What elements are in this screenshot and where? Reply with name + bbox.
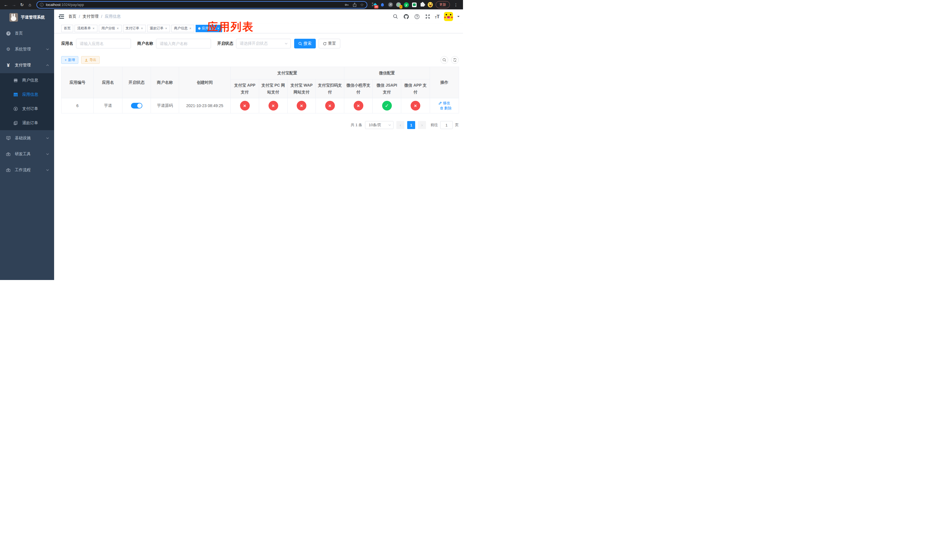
merchant-name-input[interactable] [156, 39, 211, 48]
chevron-down-icon [46, 169, 49, 171]
status-icon: × [297, 101, 306, 110]
sidebar-item-label: 退款订单 [22, 121, 38, 126]
close-icon[interactable]: × [189, 26, 192, 30]
toggle-search-button[interactable] [440, 56, 448, 64]
close-icon[interactable]: × [117, 26, 119, 30]
balloon-extension-icon[interactable] [380, 2, 385, 8]
hamburger-icon[interactable] [54, 9, 68, 24]
forward-icon[interactable]: → [10, 1, 18, 9]
close-icon[interactable]: × [92, 26, 95, 30]
cell-wechat-jsapi: ✓ [373, 98, 401, 114]
blocker-extension-icon[interactable]: 10 [372, 2, 377, 8]
sidebar-item-system[interactable]: ⚙ 系统管理 [0, 41, 54, 57]
browser-menu-icon[interactable]: ⋮ [453, 3, 459, 7]
sidebar-item-payment[interactable]: ¥ 支付管理 [0, 57, 54, 73]
cell-merchant: 芋道源码 [151, 98, 179, 114]
fullscreen-icon[interactable] [425, 14, 431, 20]
edit-link[interactable]: 修改 [439, 101, 450, 106]
page-size-select[interactable]: 10条/页 [365, 121, 393, 129]
tab-pay-order[interactable]: 支付订单× [123, 25, 146, 32]
reset-button[interactable]: 重置 [319, 39, 340, 48]
status-select[interactable]: 请选择开启状态 [236, 39, 291, 48]
tab-app-info[interactable]: 应用信息× [196, 25, 222, 32]
status-toggle[interactable] [131, 103, 142, 109]
chat-extension-icon[interactable] [412, 2, 417, 8]
sidebar-item-home[interactable]: 首页 [0, 25, 54, 41]
sidebar-item-app-info[interactable]: 应用信息 [0, 88, 54, 102]
filter-form: 应用名 商户名称 开启状态 请选择开启状态 搜索 [61, 39, 459, 48]
refresh-icon [323, 42, 327, 45]
bookmark-star-icon[interactable]: ☆ [360, 3, 364, 7]
sidebar-item-workflow[interactable]: 工作流程 [0, 162, 54, 178]
tab-refund-order[interactable]: 退款订单× [147, 25, 170, 32]
help-icon[interactable] [414, 14, 420, 20]
sidebar-item-dev-tools[interactable]: 研发工具 [0, 146, 54, 162]
password-key-icon[interactable] [345, 3, 349, 7]
app-name-input[interactable] [76, 39, 131, 48]
active-dot-icon [198, 27, 200, 30]
close-icon[interactable]: × [217, 26, 219, 30]
reload-icon[interactable]: ↻ [18, 1, 26, 9]
search-button[interactable]: 搜索 [294, 39, 316, 48]
col-wechat-jsapi: 微信 JSAPI 支付 [373, 79, 401, 98]
app-logo[interactable]: 芋道管理系统 [0, 9, 54, 25]
yen-icon: ¥ [6, 63, 11, 68]
share-icon[interactable] [353, 3, 357, 7]
yudao-extension-icon[interactable]: y [404, 2, 409, 8]
goto-page-input[interactable] [440, 121, 453, 129]
plus-icon: + [65, 58, 67, 62]
url-text[interactable]: localhost:1024/pay/app [46, 3, 84, 7]
goto-label: 前往 [431, 123, 438, 128]
sidebar-item-refund-order[interactable]: 退款订单 [0, 116, 54, 130]
cell-status [123, 98, 151, 114]
close-icon[interactable]: × [165, 26, 168, 30]
edit-pencil-icon [439, 101, 442, 105]
tab-merchant-info[interactable]: 商户信息× [171, 25, 194, 32]
export-button[interactable]: 导出 [81, 56, 100, 64]
avatar-caret-icon[interactable] [457, 16, 460, 18]
add-button[interactable]: + 新增 [61, 56, 78, 64]
search-icon[interactable] [392, 14, 399, 20]
command-extension-icon[interactable]: ⌘ [388, 2, 393, 8]
tab-home[interactable]: 首页 [61, 25, 73, 32]
briefcase-icon [6, 168, 11, 173]
profile-avatar[interactable] [428, 2, 433, 8]
breadcrumb-payment[interactable]: 支付管理 [83, 14, 98, 19]
tab-process-form[interactable]: 流程表单× [75, 25, 97, 32]
delete-link[interactable]: 删除 [440, 106, 452, 111]
cell-alipay-pc: × [259, 98, 287, 114]
navbar-tools: TT [392, 12, 460, 21]
prev-page-button[interactable]: ‹ [396, 121, 404, 129]
chevron-down-icon [285, 43, 287, 44]
refresh-table-button[interactable] [451, 56, 459, 64]
github-icon[interactable] [403, 14, 410, 20]
home-icon[interactable]: ⌂ [26, 1, 33, 9]
chrome-update-button[interactable]: 更新 [436, 1, 450, 8]
breadcrumb-home[interactable]: 首页 [68, 14, 76, 19]
site-info-icon[interactable]: i [40, 3, 44, 6]
status-icon: × [240, 101, 250, 110]
next-page-button[interactable]: › [418, 121, 426, 129]
sidebar-item-label: 商户信息 [22, 78, 38, 83]
puzzle-extensions-icon[interactable] [420, 2, 425, 8]
address-bar[interactable]: i localhost:1024/pay/app ☆ [36, 1, 367, 9]
status-icon: × [411, 101, 420, 110]
cell-app-id: 6 [62, 98, 94, 114]
page-number-button[interactable]: 1 [407, 121, 415, 129]
sidebar-item-pay-order[interactable]: 支付订单 [0, 102, 54, 116]
status-icon: × [268, 101, 278, 110]
cell-created: 2021-10-23 08:49:25 [179, 98, 231, 114]
chevron-down-icon [46, 48, 49, 50]
font-size-icon[interactable]: TT [435, 14, 440, 19]
sidebar-item-merchant-info[interactable]: 商户信息 [0, 73, 54, 88]
recorder-extension-icon[interactable]: 1 [396, 2, 401, 8]
user-avatar[interactable] [444, 12, 453, 21]
col-status: 开启状态 [123, 67, 151, 98]
page-unit-label: 页 [455, 123, 459, 128]
back-icon[interactable]: ← [2, 1, 10, 9]
sidebar-item-infra[interactable]: 基础设施 [0, 130, 54, 146]
tab-user-group[interactable]: 用户分组× [99, 25, 122, 32]
close-icon[interactable]: × [141, 26, 143, 30]
extensions-area: 10 ⌘ 1 y 更新 ⋮ [370, 1, 461, 8]
cell-actions: 修改 删除 [430, 98, 459, 114]
